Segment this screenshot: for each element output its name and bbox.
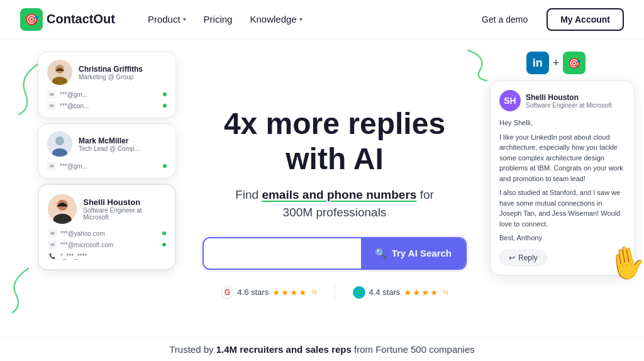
ratings-divider xyxy=(335,285,335,300)
main-content: Christina Griffiths Marketing @ Group ✉ … xyxy=(0,39,644,361)
message-greeting: Hey Shelli, xyxy=(499,118,625,128)
logo-text: ContactOut xyxy=(47,12,115,26)
card-title-mark: Tech Lead @ Comp... xyxy=(79,145,140,152)
email-icon-shelli1: ✉ xyxy=(48,229,57,238)
email-icon-shelli2: ✉ xyxy=(48,240,57,249)
search-icon: 🔍 xyxy=(375,248,387,259)
hero-title: 4x more replies with AI xyxy=(224,106,445,175)
message-card: SH Shelli Houston Software Engineer at M… xyxy=(490,81,635,275)
verified-dot-shelli2 xyxy=(162,243,166,247)
svg-point-4 xyxy=(55,136,64,145)
hero-subtitle: Find emails and phone numbers for 300M p… xyxy=(235,186,434,222)
my-account-button[interactable]: My Account xyxy=(547,8,624,31)
trusted-banner: Trusted by 1.4M recruiters and sales rep… xyxy=(0,337,644,361)
nav-product[interactable]: Product ▾ xyxy=(140,10,194,28)
search-button[interactable]: 🔍 Try AI Search xyxy=(361,238,465,269)
logo[interactable]: 🎯 ContactOut xyxy=(20,8,115,31)
email-icon: ✉ xyxy=(47,90,56,99)
nav-right: Get a demo My Account xyxy=(470,8,624,31)
logo-icon: 🎯 xyxy=(20,8,43,31)
message-header: SH Shelli Houston Software Engineer at M… xyxy=(499,90,625,111)
reply-arrow-icon: ↩ xyxy=(509,253,515,262)
get-demo-button[interactable]: Get a demo xyxy=(470,9,539,30)
contact-card-shelli: Shelli Houston Software Engineer at Micr… xyxy=(38,184,176,270)
search-input[interactable] xyxy=(204,238,361,269)
contactout-icon: 🎯 xyxy=(563,52,586,74)
chrome-score: 4.4 stars xyxy=(369,287,401,297)
message-sign: Best, Anthony xyxy=(499,233,625,243)
knowledge-chevron-icon: ▾ xyxy=(299,16,303,23)
chrome-stars: ★★★★ xyxy=(404,287,439,297)
contact-cards: Christina Griffiths Marketing @ Group ✉ … xyxy=(38,52,176,275)
card-name-christina: Christina Griffiths xyxy=(79,65,143,74)
reply-button[interactable]: ↩ Reply xyxy=(499,250,547,266)
navbar: 🎯 ContactOut Product ▾ Pricing Knowledge… xyxy=(0,0,644,39)
google-rating: G 4.6 stars ★★★★½ xyxy=(221,286,316,299)
hero-highlight: emails and phone numbers xyxy=(262,188,416,201)
message-paragraph2: I also studied at Stanford, and I saw we… xyxy=(499,187,625,229)
message-avatar: SH xyxy=(499,90,521,111)
decorative-curl-bottom xyxy=(6,265,38,323)
right-panel: in + 🎯 SH Shelli Houston Software Engine… xyxy=(480,39,644,361)
platform-icons: in + 🎯 xyxy=(526,52,586,74)
nav-pricing[interactable]: Pricing xyxy=(196,10,240,28)
google-score: 4.6 stars xyxy=(237,287,269,297)
card-name-mark: Mark McMiller xyxy=(79,136,140,145)
phone-icon-shelli: 📞 xyxy=(48,252,57,260)
product-chevron-icon: ▾ xyxy=(183,16,186,23)
chrome-rating: 🌐 4.4 stars ★★★★½ xyxy=(353,286,448,299)
search-bar[interactable]: 🔍 Try AI Search xyxy=(203,237,467,270)
linkedin-icon: in xyxy=(526,52,549,74)
decorative-curl-right xyxy=(462,44,499,87)
hand-cursor-icon: 🤚 xyxy=(604,242,644,284)
verified-dot-shelli1 xyxy=(162,231,166,235)
card-title-shelli: Software Engineer at Microsoft xyxy=(83,207,166,221)
avatar-mark xyxy=(47,131,72,157)
verified-dot-mark xyxy=(163,164,167,168)
email-icon-mark: ✉ xyxy=(47,162,56,170)
chrome-logo: 🌐 xyxy=(353,286,365,299)
message-sender-name: Shelli Houston xyxy=(526,93,612,102)
google-logo: G xyxy=(221,286,233,299)
message-body: Hey Shelli, I like your LinkedIn post ab… xyxy=(499,118,625,243)
ratings-row: G 4.6 stars ★★★★½ 🌐 4.4 stars ★★★★½ xyxy=(221,285,448,300)
card-title-christina: Marketing @ Group xyxy=(79,74,143,81)
verified-dot xyxy=(163,92,167,96)
avatar-shelli xyxy=(48,194,77,224)
email-icon-2: ✉ xyxy=(47,101,56,110)
left-illustration: Christina Griffiths Marketing @ Group ✉ … xyxy=(0,39,189,361)
verified-dot-2 xyxy=(163,104,167,108)
nav-links: Product ▾ Pricing Knowledge ▾ xyxy=(140,10,470,28)
contact-card-mark: Mark McMiller Tech Lead @ Comp... ✉ ***@… xyxy=(38,123,176,179)
message-paragraph1: I like your LinkedIn post about cloud ar… xyxy=(499,132,625,184)
nav-knowledge[interactable]: Knowledge ▾ xyxy=(242,10,309,28)
message-sender-title: Software Engineer at Microsoft xyxy=(526,102,612,109)
trusted-highlight: 1.4M recruiters and sales reps xyxy=(216,344,352,355)
google-stars: ★★★★ xyxy=(272,287,308,297)
plus-icon: + xyxy=(553,57,560,70)
avatar-christina xyxy=(47,60,72,85)
center-panel: 4x more replies with AI Find emails and … xyxy=(189,39,480,361)
contact-card-christina: Christina Griffiths Marketing @ Group ✉ … xyxy=(38,52,176,118)
card-name-shelli: Shelli Houston xyxy=(83,197,166,207)
